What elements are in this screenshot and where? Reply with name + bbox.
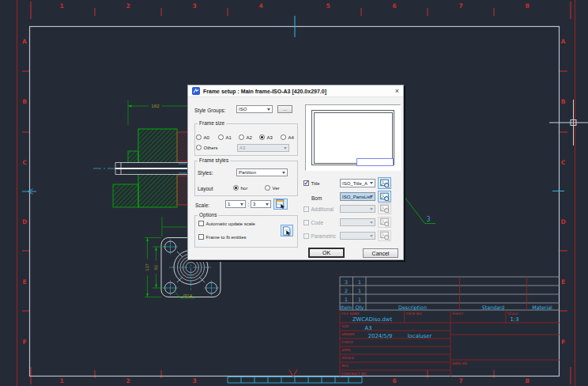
grid-col-label: 3 xyxy=(192,377,196,384)
dim-bolt-circle-text: 92 xyxy=(153,265,158,270)
grid-row-label: F xyxy=(22,339,26,346)
balloon-number: 3 xyxy=(426,216,430,223)
parametric-checkbox: Parametric xyxy=(303,233,336,239)
frame-styles-legend: Frame styles xyxy=(198,157,230,163)
grid-col-label: 2 xyxy=(126,377,130,384)
size-value: A3 xyxy=(365,325,372,331)
scale-value: 1:3 xyxy=(511,316,519,323)
title-style-select[interactable]: ISO_Title_A xyxy=(340,179,375,187)
frame-size-legend: Frame size xyxy=(198,120,226,126)
others-size-select: A3 xyxy=(237,144,289,152)
scale-numerator-select[interactable]: 1 xyxy=(225,200,246,208)
svg-text:Standard: Standard xyxy=(482,305,505,310)
svg-text:1: 1 xyxy=(345,297,348,302)
dialog-titlebar[interactable]: Frame setup : Main frame-ISO-A3 [420.0x2… xyxy=(188,85,403,97)
frame-setup-dialog: Frame setup : Main frame-ISO-A3 [420.0x2… xyxy=(187,85,404,260)
grid-col-label: 1 xyxy=(59,2,63,9)
close-icon[interactable]: × xyxy=(395,88,399,95)
balloon-callout: 3 xyxy=(404,196,435,224)
frame-preview xyxy=(311,110,394,165)
bearing-upper xyxy=(177,132,188,161)
svg-text:1: 1 xyxy=(358,288,361,293)
radio-others[interactable]: Others xyxy=(196,145,218,150)
chevron-down-icon xyxy=(240,203,243,206)
additional-checkbox: Additional xyxy=(303,206,334,212)
layout-label: Layout xyxy=(198,186,213,191)
file-name-value: ZWCADiso.dwt xyxy=(352,316,393,323)
chevron-down-icon xyxy=(370,235,373,237)
radio-a2[interactable]: A2 xyxy=(239,134,252,140)
grid-col-label: 2 xyxy=(126,2,130,9)
radio-layout-ver[interactable]: Ver xyxy=(265,185,280,191)
reference-graduation xyxy=(228,377,362,384)
code-checkbox: Code xyxy=(303,220,323,225)
svg-text:FSCM NO: FSCM NO xyxy=(406,312,422,316)
svg-text:APPR.: APPR. xyxy=(341,348,351,352)
svg-text:Material: Material xyxy=(532,305,552,310)
bom-preview-button[interactable] xyxy=(378,191,391,202)
chevron-down-icon xyxy=(370,195,373,198)
svg-text:CONTRACT NO: CONTRACT NO xyxy=(341,372,367,376)
drawn-by-value: localuser xyxy=(408,333,432,339)
radio-a3[interactable]: A3 xyxy=(259,134,273,140)
chevron-down-icon xyxy=(370,221,373,224)
zwcad-logo-icon xyxy=(192,87,200,95)
svg-text:1: 1 xyxy=(358,297,361,302)
svg-text:SIZE: SIZE xyxy=(341,324,349,328)
style-groups-select[interactable]: ISO xyxy=(236,105,273,113)
options-legend: Options xyxy=(198,212,218,218)
svg-text:DWG NO: DWG NO xyxy=(452,361,467,365)
title-checkbox[interactable]: Title xyxy=(303,180,320,186)
dim-height-text: 117 xyxy=(145,263,149,271)
fit-entities-checkbox[interactable]: Frame to fit entities xyxy=(198,234,247,240)
browse-style-groups-button[interactable]: ... xyxy=(277,105,292,113)
titleblock-position-highlight xyxy=(356,158,394,166)
drawn-date-value: 2024/5/9 xyxy=(368,333,393,339)
grid-col-label: 4 xyxy=(258,2,262,9)
grid-col-label: 6 xyxy=(392,377,396,384)
auto-update-checkbox[interactable]: Automatic update scale xyxy=(198,221,255,226)
scale-denominator-select[interactable]: 3 xyxy=(251,200,271,208)
grid-col-label: 3 xyxy=(192,2,196,9)
grid-row-label: A xyxy=(561,38,566,45)
parametric-preview-button xyxy=(378,230,391,241)
scale-colon: : xyxy=(248,202,250,207)
dim-hole-text: Ø14 xyxy=(183,293,193,298)
radio-a0[interactable]: A0 xyxy=(196,134,209,140)
grid-row-label: D xyxy=(22,218,27,225)
style-groups-label: Style Groups: xyxy=(194,108,225,113)
scale-list-icon xyxy=(276,199,285,209)
svg-text:CHECK: CHECK xyxy=(341,340,353,344)
frame-preview-well xyxy=(305,104,401,171)
parametric-style-select xyxy=(340,232,375,240)
additional-preview-button xyxy=(378,203,391,214)
radio-a1[interactable]: A1 xyxy=(218,134,232,140)
svg-text:SCALE: SCALE xyxy=(507,312,518,316)
grid-row-label: A xyxy=(22,38,27,45)
grid-row-label: F xyxy=(561,339,565,346)
radio-layout-hor[interactable]: hor xyxy=(233,185,247,191)
chevron-down-icon xyxy=(370,182,373,184)
grid-col-label: 8 xyxy=(525,377,529,384)
chevron-down-icon xyxy=(370,208,373,210)
scale-list-button[interactable] xyxy=(273,199,288,210)
select-entities-icon xyxy=(282,226,292,236)
scale-label: Scale: xyxy=(195,202,209,208)
title-preview-button[interactable] xyxy=(378,177,391,189)
radio-a4[interactable]: A4 xyxy=(281,134,294,140)
grid-row-label: E xyxy=(22,278,26,286)
ok-button[interactable]: OK xyxy=(308,248,345,258)
grid-row-label: D xyxy=(560,218,565,225)
grid-row-label: B xyxy=(561,98,566,105)
select-entities-button[interactable] xyxy=(281,225,293,237)
styles-select[interactable]: Partition xyxy=(236,168,288,176)
svg-text:FILE NAME: FILE NAME xyxy=(341,312,360,316)
bom-style-select[interactable]: ISO_PartsList xyxy=(340,192,375,201)
zwcad-paperspace: 1 2 3 4 5 6 7 8 1 2 3 6 7 8 A B C D E F … xyxy=(0,0,588,386)
dialog-title: Frame setup : Main frame-ISO-A3 [420.0x2… xyxy=(203,89,326,94)
parts-list: Item Qty Description Standard Material 3… xyxy=(340,277,560,311)
svg-text:ISSUED: ISSUED xyxy=(341,356,355,360)
cancel-button[interactable]: Cancel xyxy=(363,248,398,258)
chevron-down-icon xyxy=(282,172,285,174)
title-block: FILE NAME FSCM NO SHEET SCALE SIZE DRAWN… xyxy=(340,310,560,377)
